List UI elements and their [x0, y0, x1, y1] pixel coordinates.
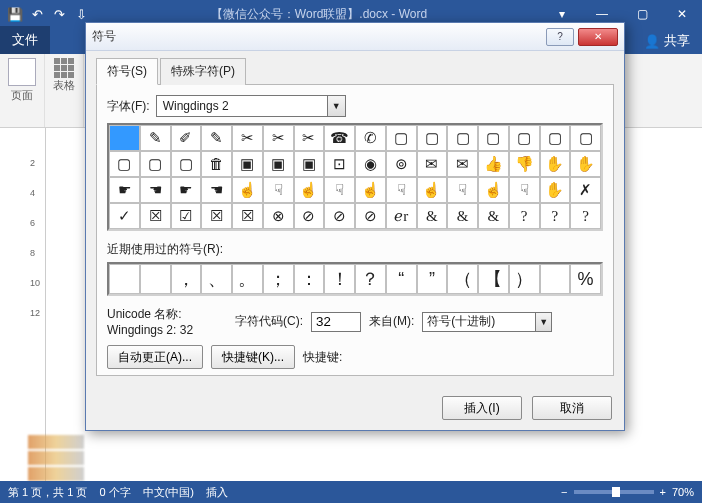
cancel-button[interactable]: 取消: [532, 396, 612, 420]
ribbon-group-page[interactable]: 页面: [0, 54, 45, 127]
symbol-cell[interactable]: &: [447, 203, 478, 229]
symbol-cell[interactable]: ✋: [540, 151, 571, 177]
symbol-cell[interactable]: ◉: [355, 151, 386, 177]
symbol-cell[interactable]: ▣: [294, 151, 325, 177]
symbol-cell[interactable]: ☟: [263, 177, 294, 203]
recent-symbol-cell[interactable]: [140, 264, 171, 294]
recent-symbol-cell[interactable]: ，: [171, 264, 202, 294]
qa-undo-icon[interactable]: ↶: [28, 5, 46, 23]
ribbon-group-table[interactable]: 表格: [45, 54, 84, 127]
recent-symbol-cell[interactable]: 。: [232, 264, 263, 294]
symbol-cell[interactable]: 👍: [478, 151, 509, 177]
qa-more-icon[interactable]: ⇩: [72, 5, 90, 23]
symbol-cell[interactable]: ☚: [201, 177, 232, 203]
symbol-cell[interactable]: ☎: [324, 125, 355, 151]
recent-symbol-cell[interactable]: “: [386, 264, 417, 294]
symbol-cell[interactable]: ▣: [232, 151, 263, 177]
recent-symbol-cell[interactable]: （: [447, 264, 478, 294]
zoom-minus-icon[interactable]: −: [561, 486, 567, 498]
symbol-cell[interactable]: ✂: [294, 125, 325, 151]
symbol-cell[interactable]: [109, 125, 140, 151]
symbol-cell[interactable]: ⊚: [386, 151, 417, 177]
symbol-cell[interactable]: ✐: [171, 125, 202, 151]
status-lang[interactable]: 中文(中国): [143, 485, 194, 500]
symbol-cell[interactable]: &: [478, 203, 509, 229]
symbol-cell[interactable]: ▣: [263, 151, 294, 177]
share-button[interactable]: 👤 共享: [632, 28, 702, 54]
symbol-cell[interactable]: ☟: [386, 177, 417, 203]
symbol-cell[interactable]: ☟: [324, 177, 355, 203]
symbol-cell[interactable]: ☑: [171, 203, 202, 229]
symbol-cell[interactable]: 🗑: [201, 151, 232, 177]
recent-symbol-cell[interactable]: ；: [263, 264, 294, 294]
zoom-percent[interactable]: 70%: [672, 486, 694, 498]
symbol-cell[interactable]: ☝: [478, 177, 509, 203]
symbol-cell[interactable]: ▢: [447, 125, 478, 151]
symbol-cell[interactable]: ?: [509, 203, 540, 229]
symbol-cell[interactable]: ✋: [570, 151, 601, 177]
status-page[interactable]: 第 1 页，共 1 页: [8, 485, 87, 500]
status-mode[interactable]: 插入: [206, 485, 228, 500]
autocorrect-button[interactable]: 自动更正(A)...: [107, 345, 203, 369]
symbol-cell[interactable]: ⊡: [324, 151, 355, 177]
dialog-help-button[interactable]: ?: [546, 28, 574, 46]
symbol-cell[interactable]: ▢: [171, 151, 202, 177]
symbol-cell[interactable]: ⊗: [263, 203, 294, 229]
symbol-cell[interactable]: ▢: [386, 125, 417, 151]
window-close-icon[interactable]: ✕: [662, 0, 702, 28]
symbol-cell[interactable]: ℯr: [386, 203, 417, 229]
symbol-cell[interactable]: ⊘: [324, 203, 355, 229]
symbol-cell[interactable]: ☚: [140, 177, 171, 203]
symbol-cell[interactable]: ▢: [509, 125, 540, 151]
shortcut-key-button[interactable]: 快捷键(K)...: [211, 345, 295, 369]
dialog-close-button[interactable]: ✕: [578, 28, 618, 46]
symbol-cell[interactable]: ☟: [447, 177, 478, 203]
qa-redo-icon[interactable]: ↷: [50, 5, 68, 23]
symbol-cell[interactable]: ✋: [540, 177, 571, 203]
zoom-plus-icon[interactable]: +: [660, 486, 666, 498]
recent-symbol-cell[interactable]: %: [570, 264, 601, 294]
symbol-cell[interactable]: ▢: [570, 125, 601, 151]
symbol-cell[interactable]: ✉: [417, 151, 448, 177]
zoom-thumb[interactable]: [612, 487, 620, 497]
symbol-cell[interactable]: ☛: [109, 177, 140, 203]
symbol-cell[interactable]: ☒: [232, 203, 263, 229]
symbol-cell[interactable]: ☝: [232, 177, 263, 203]
recent-symbol-cell[interactable]: [540, 264, 571, 294]
recent-symbol-cell[interactable]: 【: [478, 264, 509, 294]
status-words[interactable]: 0 个字: [99, 485, 130, 500]
symbol-cell[interactable]: ✂: [232, 125, 263, 151]
tab-file[interactable]: 文件: [0, 26, 50, 54]
symbol-cell[interactable]: ✉: [447, 151, 478, 177]
tab-special-chars[interactable]: 特殊字符(P): [160, 58, 246, 85]
symbol-cell[interactable]: ✗: [570, 177, 601, 203]
zoom-slider[interactable]: [574, 490, 654, 494]
symbol-cell[interactable]: ⊘: [294, 203, 325, 229]
recent-symbol-cell[interactable]: ：: [294, 264, 325, 294]
symbol-cell[interactable]: ☝: [355, 177, 386, 203]
tab-symbols[interactable]: 符号(S): [96, 58, 158, 85]
symbol-cell[interactable]: ⊘: [355, 203, 386, 229]
from-select[interactable]: 符号(十进制) ▼: [422, 312, 552, 332]
symbol-cell[interactable]: ☝: [294, 177, 325, 203]
symbol-cell[interactable]: ✆: [355, 125, 386, 151]
symbol-cell[interactable]: ✂: [263, 125, 294, 151]
symbol-cell[interactable]: ▢: [417, 125, 448, 151]
symbol-cell[interactable]: ?: [570, 203, 601, 229]
symbol-cell[interactable]: ✎: [201, 125, 232, 151]
font-select[interactable]: Wingdings 2 ▼: [156, 95, 346, 117]
insert-button[interactable]: 插入(I): [442, 396, 522, 420]
recent-symbol-cell[interactable]: ”: [417, 264, 448, 294]
symbol-cell[interactable]: ☒: [201, 203, 232, 229]
symbol-cell[interactable]: ✓: [109, 203, 140, 229]
symbol-cell[interactable]: ✎: [140, 125, 171, 151]
symbol-cell[interactable]: ☛: [171, 177, 202, 203]
recent-symbol-cell[interactable]: ？: [355, 264, 386, 294]
window-maximize-icon[interactable]: ▢: [622, 0, 662, 28]
recent-symbol-cell[interactable]: ！: [324, 264, 355, 294]
symbol-cell[interactable]: ☒: [140, 203, 171, 229]
symbol-cell[interactable]: 👎: [509, 151, 540, 177]
symbol-cell[interactable]: ☝: [417, 177, 448, 203]
recent-symbol-cell[interactable]: ）: [509, 264, 540, 294]
symbol-cell[interactable]: &: [417, 203, 448, 229]
